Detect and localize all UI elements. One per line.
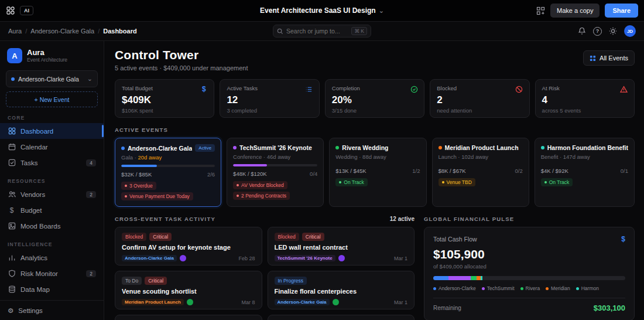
global-search[interactable]: ⌘ K (273, 25, 371, 38)
sidebar-item-budget[interactable]: $ Budget (0, 202, 104, 218)
share-button[interactable]: Share (605, 4, 638, 18)
vendors-icon (8, 190, 16, 199)
page-subtitle: 5 active events · $409,000 under managem… (115, 64, 248, 72)
event-card-anderson-clarke[interactable]: Anderson-Clarke Gala Active Gala · 20d a… (115, 138, 221, 207)
all-events-button[interactable]: All Events (583, 50, 635, 66)
task-card[interactable]: In Progress Finalize floral centerpieces… (268, 271, 415, 309)
analytics-icon (8, 254, 16, 262)
new-event-button[interactable]: + New Event (6, 91, 98, 107)
status-badge: In Progress (275, 277, 307, 285)
remaining-value: $303,100 (594, 304, 625, 312)
nav-bar: Aura / Anderson-Clarke Gala / Dashboard … (0, 22, 644, 41)
event-card-meridian[interactable]: Meridian Product Launch Launch · 102d aw… (432, 138, 529, 207)
cash-flow-title: Total Cash Flow (433, 236, 477, 243)
active-badge: Active (195, 144, 215, 152)
task-card[interactable]: To Do (268, 315, 415, 320)
task-card[interactable]: Blocked Critical Confirm AV setup for ke… (115, 227, 262, 265)
brand: A Aura Event Architecture (0, 48, 104, 63)
bell-icon[interactable] (578, 27, 586, 35)
sidebar-item-data-map[interactable]: Data Map (0, 281, 104, 297)
file-title-dropdown[interactable]: Event Architecture SaaS UI Design ⌄ (260, 6, 384, 15)
sidebar-item-dashboard[interactable]: Dashboard (0, 123, 104, 139)
shortcut-hint: ⌘ K (351, 27, 367, 35)
task-card[interactable]: In Progress (115, 315, 262, 320)
checklist-icon (305, 85, 313, 93)
due-date: Mar 1 (394, 299, 407, 305)
stat-completion: Completion 20% 3/15 done (325, 79, 424, 118)
app-logo-icon[interactable] (6, 6, 15, 15)
assignee-avatar (338, 255, 345, 261)
sidebar: A Aura Event Architecture Anderson-Clark… (0, 41, 104, 320)
make-a-copy-button[interactable]: Make a copy (550, 4, 600, 18)
event-status-dot (11, 77, 15, 81)
sidebar-item-vendors[interactable]: Vendors 2 (0, 186, 104, 202)
status-badge: To Do (122, 277, 142, 285)
assignee-avatar (187, 299, 193, 305)
event-card-techsummit[interactable]: TechSummit '26 Keynote Conference · 46d … (227, 138, 324, 207)
main-content: Control Tower 5 active events · $409,000… (104, 41, 644, 320)
dev-mode-icon[interactable] (536, 6, 545, 15)
budget-progress (233, 164, 317, 166)
sidebar-item-analytics[interactable]: Analytics (0, 250, 104, 265)
allocation-bar (433, 276, 625, 280)
task-active-count: 12 active (390, 216, 415, 222)
status-pill: On Track (541, 178, 573, 186)
help-icon[interactable]: ? (593, 27, 602, 36)
cash-flow-amount: $105,900 (433, 247, 625, 261)
status-pill: Venue TBD (439, 178, 475, 186)
blocked-icon (515, 85, 523, 93)
user-avatar[interactable]: JD (624, 25, 636, 37)
vendors-count-badge: 2 (86, 191, 96, 198)
status-pill: On Track (335, 178, 367, 186)
dashboard-icon (8, 127, 16, 135)
breadcrumb: Aura / Anderson-Clarke Gala / Dashboard (8, 28, 267, 35)
breadcrumb-event[interactable]: Anderson-Clarke Gala (30, 28, 94, 35)
allocated-label: of $409,000 allocated (433, 263, 625, 270)
event-card-rivera[interactable]: Rivera Wedding Wedding · 88d away $13K /… (329, 138, 426, 207)
event-tag: Meridian Product Launch (122, 299, 184, 305)
breadcrumb-app[interactable]: Aura (8, 28, 22, 35)
assignee-avatar (180, 255, 186, 261)
status-badge: Blocked (122, 233, 146, 241)
theme-toggle-icon[interactable] (609, 27, 617, 35)
event-color-dot (121, 147, 125, 150)
stat-active-tasks: Active Tasks 12 3 completed (220, 79, 319, 118)
sidebar-item-calendar[interactable]: Calendar (0, 139, 104, 155)
event-tag: Anderson-Clarke Gala (275, 299, 330, 305)
brand-name: Aura (27, 49, 67, 57)
risk-count-badge: 2 (86, 270, 96, 277)
alert-pill: 3 Overdue (121, 182, 156, 190)
event-color-dot (439, 146, 442, 149)
page-title: Control Tower (115, 48, 248, 62)
active-events-row: Anderson-Clarke Gala Active Gala · 20d a… (115, 138, 635, 207)
calendar-icon (8, 143, 16, 151)
search-icon (277, 28, 283, 35)
due-date: Mar 1 (394, 256, 407, 261)
sidebar-item-mood-boards[interactable]: Mood Boards (0, 218, 104, 234)
event-selector[interactable]: Anderson-Clarke Gala ⌄ (6, 70, 98, 87)
tasks-icon (8, 159, 16, 167)
priority-badge: Critical (145, 277, 167, 285)
task-card[interactable]: To Do Critical Venue scouting shortlist … (115, 271, 262, 309)
event-card-harmon[interactable]: Harmon Foundation Benefit Benefit · 147d… (535, 138, 635, 207)
remaining-label: Remaining (433, 305, 461, 311)
shield-icon (8, 270, 16, 278)
alert-pill: Venue Payment Due Today (121, 192, 193, 200)
section-label-intelligence: INTELLIGENCE (0, 234, 104, 250)
top-bar: AI Event Architecture SaaS UI Design ⌄ M… (0, 0, 644, 22)
database-icon (8, 285, 16, 294)
task-card[interactable]: Blocked Critical LED wall rental contrac… (268, 227, 415, 265)
ai-badge[interactable]: AI (20, 6, 33, 15)
section-label-core: CORE (0, 107, 104, 123)
chevron-down-icon: ⌄ (87, 76, 93, 82)
alert-pill: 2 Pending Contracts (233, 192, 290, 200)
sidebar-item-risk-monitor[interactable]: Risk Monitor 2 (0, 265, 104, 281)
chevron-down-icon: ⌄ (379, 8, 384, 14)
search-input[interactable] (286, 28, 348, 35)
sidebar-item-tasks[interactable]: Tasks 4 (0, 155, 104, 171)
priority-badge: Critical (149, 233, 172, 241)
sidebar-item-settings[interactable]: ⚙ Settings (0, 300, 104, 320)
mood-boards-icon (8, 222, 16, 230)
stat-total-budget: Total Budget $ $409K $106K spent (115, 79, 214, 118)
tasks-count-badge: 4 (86, 159, 96, 166)
